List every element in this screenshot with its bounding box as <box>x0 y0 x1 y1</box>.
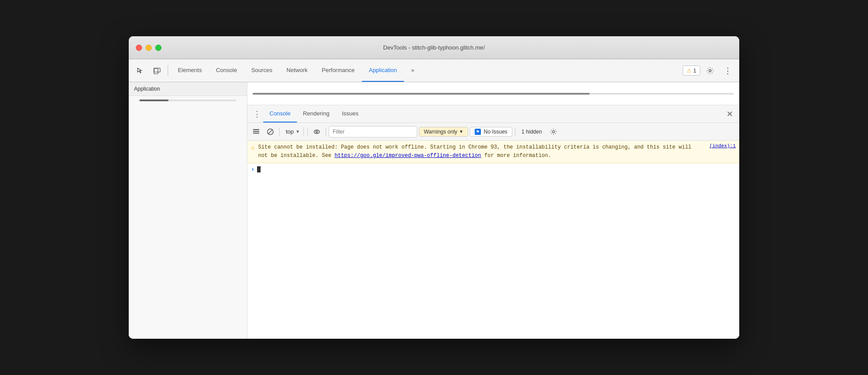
console-tab-issues[interactable]: Issues <box>336 105 365 122</box>
device-toggle-button[interactable] <box>149 63 165 79</box>
console-toolbar: top ▼ Warnings only ▼ <box>247 123 739 141</box>
console-close-button[interactable]: ✕ <box>723 108 736 120</box>
main-toolbar: Elements Console Sources Network Perform… <box>129 59 739 82</box>
left-panel-progress-bar <box>139 99 169 101</box>
warnings-label: Warnings only <box>424 129 457 135</box>
console-tab-console[interactable]: Console <box>263 105 297 122</box>
right-panel-top <box>247 82 739 105</box>
warning-icon: ⚠ <box>687 68 691 74</box>
more-options-button[interactable]: ⋮ <box>720 63 736 79</box>
tab-application[interactable]: Application <box>362 59 404 82</box>
tab-performance[interactable]: Performance <box>315 59 361 82</box>
warning-text: Site cannot be installed: Page does not … <box>258 143 702 160</box>
svg-point-10 <box>316 131 318 133</box>
svg-rect-4 <box>253 129 259 130</box>
warning-link[interactable]: https://goo.gle/improved-pwa-offline-det… <box>334 153 481 159</box>
close-button[interactable] <box>136 45 142 51</box>
warning-count: 1 <box>693 67 696 74</box>
svg-point-9 <box>314 130 319 134</box>
console-menu-button[interactable]: ⋮ <box>251 108 263 120</box>
toolbar-right: ⚠ 1 ⋮ <box>683 63 736 79</box>
left-panel-progress <box>139 99 236 101</box>
context-selector[interactable]: top ▼ <box>282 127 304 136</box>
hidden-count: 1 hidden <box>522 129 542 135</box>
console-warning-row: ⚠ Site cannot be installed: Page does no… <box>247 141 739 163</box>
traffic-lights <box>136 45 161 51</box>
console-separator-2 <box>307 127 308 136</box>
clear-console-button[interactable] <box>250 126 262 138</box>
maximize-button[interactable] <box>155 45 161 51</box>
context-label: top <box>286 128 294 135</box>
left-panel-header: Application <box>129 82 247 96</box>
tab-sources[interactable]: Sources <box>244 59 280 82</box>
no-issues-button[interactable]: ⚑ No Issues <box>470 127 512 137</box>
tab-network[interactable]: Network <box>280 59 315 82</box>
console-output: ⚠ Site cannot be installed: Page does no… <box>247 141 739 339</box>
console-cursor <box>257 166 261 172</box>
svg-rect-5 <box>253 131 259 132</box>
console-tabs: ⋮ Console Rendering Issues ✕ <box>247 105 739 123</box>
right-progress-bar <box>253 93 590 95</box>
right-panel: ⋮ Console Rendering Issues ✕ <box>247 82 739 339</box>
window-title: DevTools - stitch-glib-typhoon.glitch.me… <box>383 44 485 51</box>
warning-badge[interactable]: ⚠ 1 <box>683 65 700 76</box>
warning-row-icon: ⚠ <box>251 144 254 151</box>
tab-elements[interactable]: Elements <box>171 59 209 82</box>
console-input-row: › <box>247 163 739 176</box>
context-arrow-icon: ▼ <box>296 129 300 134</box>
console-settings-button[interactable] <box>547 126 560 138</box>
content-area: Application ⋮ Console Rende <box>129 82 739 339</box>
more-options-icon: ⋮ <box>724 66 732 76</box>
svg-rect-6 <box>253 133 259 134</box>
toolbar-separator-1 <box>168 65 168 76</box>
left-panel: Application <box>129 82 247 339</box>
minimize-button[interactable] <box>146 45 152 51</box>
no-issues-label: No Issues <box>484 129 507 135</box>
svg-point-3 <box>709 69 711 72</box>
no-issues-icon: ⚑ <box>475 129 481 135</box>
tab-more[interactable]: » <box>404 59 421 82</box>
svg-rect-0 <box>154 69 158 74</box>
svg-point-11 <box>552 130 554 133</box>
warning-text-after: for more information. <box>481 153 551 159</box>
console-tab-rendering[interactable]: Rendering <box>297 105 336 122</box>
titlebar: DevTools - stitch-glib-typhoon.glitch.me… <box>129 36 739 59</box>
devtools-window: DevTools - stitch-glib-typhoon.glitch.me… <box>129 36 739 339</box>
console-separator-1 <box>279 127 280 136</box>
inspect-element-button[interactable] <box>132 63 148 79</box>
filter-input[interactable] <box>329 126 417 138</box>
console-separator-4 <box>515 127 515 136</box>
svg-line-8 <box>268 130 273 134</box>
console-prompt-icon: › <box>251 166 254 173</box>
right-progress <box>253 93 734 95</box>
warnings-arrow-icon: ▼ <box>459 129 464 134</box>
settings-button[interactable] <box>702 63 718 79</box>
console-separator-3 <box>326 127 326 136</box>
tab-console[interactable]: Console <box>209 59 244 82</box>
warnings-filter-button[interactable]: Warnings only ▼ <box>419 127 469 137</box>
console-panel: ⋮ Console Rendering Issues ✕ <box>247 105 739 339</box>
block-icon-button[interactable] <box>264 126 277 138</box>
eye-icon-button[interactable] <box>311 126 323 138</box>
warning-source-link[interactable]: (index):1 <box>710 143 736 149</box>
tab-bar: Elements Console Sources Network Perform… <box>171 59 682 82</box>
